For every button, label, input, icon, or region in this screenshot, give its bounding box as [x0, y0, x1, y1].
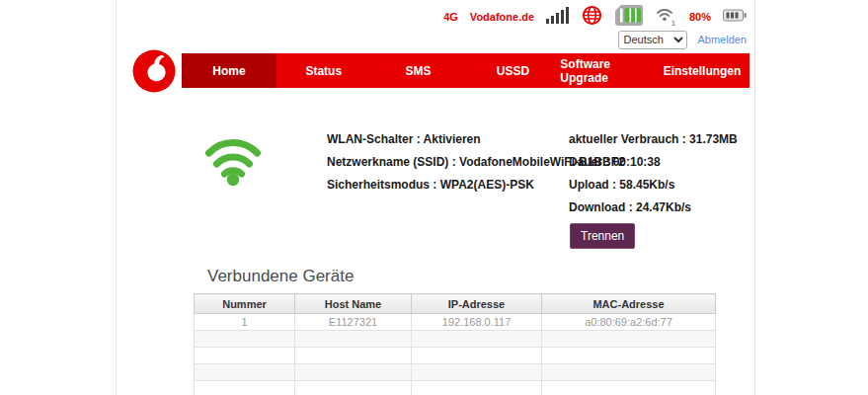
language-select[interactable]: Deutsch: [618, 31, 687, 49]
column-header-ip: IP-Adresse: [412, 294, 542, 314]
main-nav: Home Status SMS USSD Software Upgrade Ei…: [182, 53, 750, 88]
table-cell-nummer: [195, 331, 295, 348]
table-row: [195, 348, 716, 364]
table-row: [195, 331, 716, 348]
carrier-label: Vodafone.de: [470, 11, 534, 23]
network-type-label: 4G: [443, 11, 458, 23]
sim-card-icon: [614, 4, 644, 31]
table-header-row: Nummer Host Name IP-Adresse MAC-Adresse: [195, 294, 716, 314]
table-cell-hostname: [295, 348, 412, 364]
session-controls: Deutsch Abmelden: [618, 30, 747, 49]
table-cell-hostname: E1127321: [295, 314, 412, 331]
nav-item-sms[interactable]: SMS: [371, 53, 466, 88]
session-info-panel: aktueller Verbrauch : 31.73MB Dauer : 00…: [569, 128, 738, 219]
download-speed-line: Download : 24.47Kb/s: [569, 197, 738, 219]
current-usage-line: aktueller Verbrauch : 31.73MB: [569, 128, 738, 151]
table-row: [195, 381, 716, 395]
wifi-clients-icon: 1: [656, 8, 677, 26]
table-cell-mac: a0:80:69:a2:6d:77: [542, 314, 716, 331]
column-header-nummer: Nummer: [195, 294, 295, 314]
nav-item-einstellungen[interactable]: Einstellungen: [655, 53, 750, 88]
table-cell-mac: [542, 364, 716, 381]
table-row: 1 E1127321 192.168.0.117 a0:80:69:a2:6d:…: [195, 314, 716, 331]
table-cell-hostname: [295, 381, 412, 395]
table-cell-nummer: 1: [195, 314, 295, 331]
table-cell-mac: [542, 348, 716, 364]
table-cell-mac: [542, 381, 716, 395]
table-row: [195, 364, 716, 381]
nav-item-home[interactable]: Home: [182, 53, 276, 88]
column-header-mac: MAC-Adresse: [542, 294, 716, 314]
logout-link[interactable]: Abmelden: [697, 34, 747, 45]
globe-roaming-icon: [582, 5, 602, 30]
wifi-client-count: 1: [671, 20, 675, 27]
table-cell-ip: 192.168.0.117: [412, 314, 542, 331]
table-cell-ip: [412, 381, 542, 395]
router-admin-page: 4G Vodafone.de: [0, 0, 868, 395]
table-cell-nummer: [195, 381, 295, 395]
signal-bars-icon: [546, 6, 570, 28]
table-cell-nummer: [195, 348, 295, 364]
connected-devices-title: Verbundene Geräte: [207, 267, 354, 286]
table-cell-hostname: [295, 364, 412, 381]
duration-line: Dauer : 00:10:38: [569, 151, 738, 174]
wifi-status-icon: [201, 124, 265, 188]
table-cell-hostname: [295, 331, 412, 348]
table-cell-ip: [412, 331, 542, 348]
nav-item-software-upgrade[interactable]: Software Upgrade: [560, 53, 655, 88]
battery-percent-label: 80%: [689, 11, 711, 23]
vodafone-logo-icon: [132, 49, 176, 93]
page-content: 4G Vodafone.de: [116, 0, 755, 395]
disconnect-button[interactable]: Trennen: [570, 223, 635, 249]
table-cell-nummer: [195, 364, 295, 381]
nav-item-status[interactable]: Status: [276, 53, 371, 88]
table-cell-ip: [412, 364, 542, 381]
upload-speed-line: Upload : 58.45Kb/s: [569, 174, 738, 197]
status-bar: 4G Vodafone.de: [443, 5, 747, 29]
battery-icon: [723, 8, 747, 26]
nav-item-ussd[interactable]: USSD: [465, 53, 560, 88]
table-cell-ip: [412, 348, 542, 364]
table-cell-mac: [542, 331, 716, 348]
column-header-hostname: Host Name: [295, 294, 412, 314]
connected-devices-table: Nummer Host Name IP-Adresse MAC-Adresse …: [194, 293, 716, 395]
